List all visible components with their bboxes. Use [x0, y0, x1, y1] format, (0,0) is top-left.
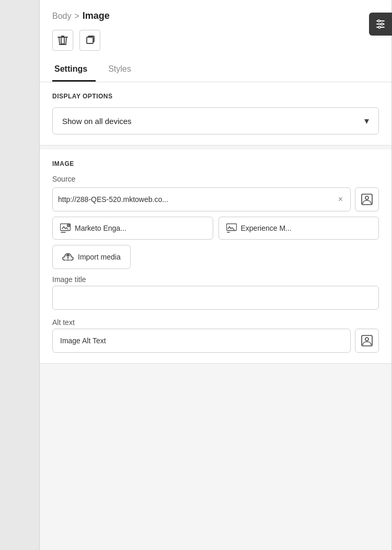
breadcrumb-separator: > [74, 12, 79, 21]
settings-fab-button[interactable] [369, 13, 392, 36]
sliders-icon [375, 18, 386, 30]
delete-button[interactable] [52, 30, 73, 51]
import-media-label: Import media [78, 253, 121, 261]
display-options-section: DISPLAY OPTIONS Show on all devices ▾ [40, 82, 391, 145]
display-options-dropdown[interactable]: Show on all devices ▾ [52, 107, 379, 134]
breadcrumb-current: Image [83, 10, 110, 21]
tab-settings[interactable]: Settings [52, 59, 96, 82]
alt-text-label: Alt text [52, 318, 379, 327]
toolbar [52, 30, 379, 51]
trash-icon [57, 35, 68, 46]
person-alt-icon [361, 335, 373, 346]
display-options-title: DISPLAY OPTIONS [52, 93, 379, 100]
image-picker-button[interactable] [355, 187, 379, 211]
svg-rect-5 [226, 224, 236, 231]
svg-point-9 [381, 23, 383, 25]
marketo-icon [60, 223, 71, 233]
source-row: × [52, 187, 379, 211]
svg-point-7 [365, 338, 368, 341]
svg-point-2 [365, 196, 368, 199]
cloud-upload-icon [62, 252, 74, 262]
import-media-button[interactable]: Import media [52, 245, 131, 269]
source-label: Source [52, 175, 379, 183]
alt-text-picker-button[interactable] [355, 329, 379, 353]
alt-text-input[interactable] [52, 329, 351, 353]
clear-source-button[interactable]: × [336, 195, 345, 204]
image-section: IMAGE Source × [40, 150, 391, 364]
svg-point-10 [378, 26, 381, 28]
breadcrumb: Body > Image [52, 10, 379, 21]
image-title-label: Image title [52, 275, 379, 284]
person-image-icon [361, 194, 373, 205]
image-title-input[interactable] [52, 286, 379, 310]
svg-rect-0 [87, 37, 93, 43]
source-input[interactable] [58, 195, 336, 204]
marketo-engage-button[interactable]: Marketo Enga... [52, 217, 213, 240]
source-input-wrapper: × [52, 187, 351, 211]
duplicate-button[interactable] [79, 30, 100, 51]
display-options-value: Show on all devices [62, 117, 132, 126]
experience-button-label: Experience M... [241, 224, 292, 232]
alt-text-row [52, 329, 379, 353]
chevron-down-icon: ▾ [364, 115, 369, 127]
media-buttons: Marketo Enga... Experience M... [52, 217, 379, 240]
tabs: Settings Styles [52, 59, 379, 82]
duplicate-icon [85, 35, 95, 46]
image-section-title: IMAGE [52, 160, 379, 167]
marketo-button-label: Marketo Enga... [75, 224, 126, 232]
svg-point-8 [378, 20, 380, 22]
breadcrumb-parent[interactable]: Body [52, 12, 71, 21]
experience-icon [226, 223, 237, 233]
experience-manager-button[interactable]: Experience M... [218, 217, 379, 240]
tab-styles[interactable]: Styles [106, 59, 140, 82]
